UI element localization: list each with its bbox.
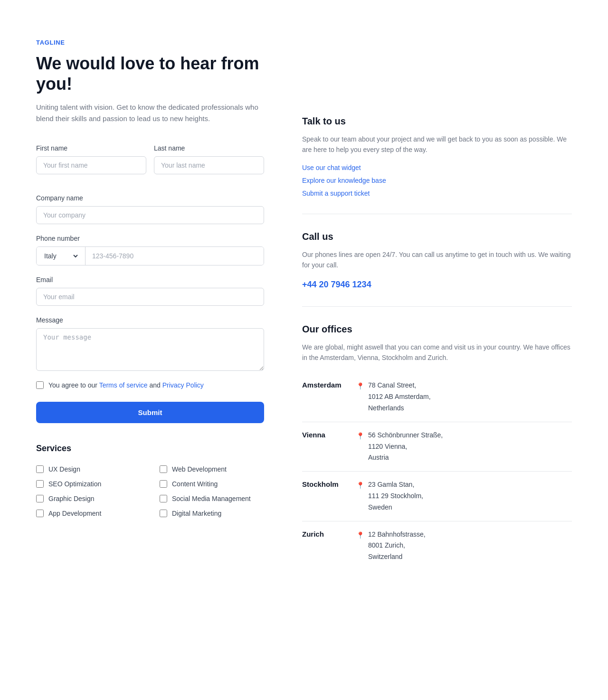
first-name-group: First name bbox=[36, 143, 146, 174]
office-address: 📍 12 Bahnhofstrasse, 8001 Zurich, Switze… bbox=[356, 529, 426, 563]
office-city: Amsterdam bbox=[302, 380, 345, 391]
phone-link[interactable]: +44 20 7946 1234 bbox=[302, 280, 371, 289]
service-checkbox[interactable] bbox=[36, 510, 44, 517]
message-textarea[interactable] bbox=[36, 328, 264, 371]
message-group: Message bbox=[36, 315, 264, 371]
service-checkbox[interactable] bbox=[160, 480, 167, 488]
location-icon: 📍 bbox=[356, 381, 364, 392]
last-name-group: Last name bbox=[154, 143, 264, 174]
location-icon: 📍 bbox=[356, 480, 364, 492]
terms-checkbox[interactable] bbox=[36, 381, 44, 389]
talk-links: Use our chat widgetExplore our knowledge… bbox=[302, 163, 572, 199]
service-checkbox[interactable] bbox=[36, 465, 44, 473]
right-column: Talk to us Speak to our team about your … bbox=[302, 38, 572, 586]
email-input[interactable] bbox=[36, 288, 264, 306]
company-input[interactable] bbox=[36, 206, 264, 224]
address-lines: 78 Canal Street, 1012 AB Amsterdam, Neth… bbox=[368, 380, 431, 414]
talk-link[interactable]: Use our chat widget bbox=[302, 163, 572, 173]
company-label: Company name bbox=[36, 193, 264, 203]
left-column: TAGLINE We would love to hear from you! … bbox=[36, 38, 264, 586]
office-row: Zurich 📍 12 Bahnhofstrasse, 8001 Zurich,… bbox=[302, 521, 572, 570]
location-icon: 📍 bbox=[356, 431, 364, 442]
talk-link[interactable]: Submit a support ticket bbox=[302, 189, 572, 199]
offices-desc: We are global, might aswell that you can… bbox=[302, 342, 572, 363]
service-item: UX Design bbox=[36, 464, 141, 474]
service-checkbox[interactable] bbox=[160, 465, 167, 473]
office-row: Amsterdam 📍 78 Canal Street, 1012 AB Ams… bbox=[302, 372, 572, 422]
service-item: SEO Optimization bbox=[36, 479, 141, 489]
office-address: 📍 78 Canal Street, 1012 AB Amsterdam, Ne… bbox=[356, 380, 431, 414]
privacy-link[interactable]: Privacy Policy bbox=[162, 381, 204, 389]
talk-section: Talk to us Speak to our team about your … bbox=[302, 114, 572, 199]
email-label: Email bbox=[36, 275, 264, 285]
service-checkbox[interactable] bbox=[36, 495, 44, 502]
message-label: Message bbox=[36, 315, 264, 325]
address-lines: 56 Schönbrunner Straße, 1120 Vienna, Aus… bbox=[368, 430, 443, 464]
talk-desc: Speak to our team about your project and… bbox=[302, 134, 572, 155]
company-group: Company name bbox=[36, 193, 264, 224]
service-item: Social Media Management bbox=[160, 494, 264, 504]
first-name-label: First name bbox=[36, 143, 146, 153]
call-title: Call us bbox=[302, 229, 572, 244]
tagline: TAGLINE bbox=[36, 38, 264, 47]
contact-form: First name Last name Company name Phone … bbox=[36, 143, 264, 423]
call-section: Call us Our phones lines are open 24/7. … bbox=[302, 214, 572, 291]
main-heading: We would love to hear from you! bbox=[36, 53, 264, 94]
service-item: Web Development bbox=[160, 464, 264, 474]
office-city: Zurich bbox=[302, 529, 345, 540]
first-name-input[interactable] bbox=[36, 156, 146, 174]
service-checkbox[interactable] bbox=[36, 480, 44, 488]
address-lines: 23 Gamla Stan, 111 29 Stockholm, Sweden bbox=[368, 479, 423, 513]
address-lines: 12 Bahnhofstrasse, 8001 Zurich, Switzerl… bbox=[368, 529, 426, 563]
service-item: Content Writing bbox=[160, 479, 264, 489]
services-grid: UX DesignSEO OptimizationGraphic DesignA… bbox=[36, 464, 264, 519]
last-name-label: Last name bbox=[154, 143, 264, 153]
service-checkbox[interactable] bbox=[160, 495, 167, 502]
offices-grid: Amsterdam 📍 78 Canal Street, 1012 AB Ams… bbox=[302, 372, 572, 570]
call-desc: Our phones lines are open 24/7. You can … bbox=[302, 249, 572, 271]
offices-title: Our offices bbox=[302, 322, 572, 336]
phone-country-selector[interactable]: Italy USA UK Germany bbox=[37, 247, 86, 265]
terms-link[interactable]: Terms of service bbox=[99, 381, 148, 389]
offices-section: Our offices We are global, might aswell … bbox=[302, 306, 572, 570]
service-item: Digital Marketing bbox=[160, 509, 264, 519]
service-checkbox[interactable] bbox=[160, 510, 167, 517]
terms-text: You agree to our Terms of service and Pr… bbox=[48, 380, 204, 390]
talk-link[interactable]: Explore our knowledge base bbox=[302, 176, 572, 186]
location-icon: 📍 bbox=[356, 530, 364, 541]
phone-number-input[interactable] bbox=[86, 247, 264, 265]
service-item: App Development bbox=[36, 509, 141, 519]
office-city: Stockholm bbox=[302, 479, 345, 490]
office-row: Stockholm 📍 23 Gamla Stan, 111 29 Stockh… bbox=[302, 472, 572, 521]
office-city: Vienna bbox=[302, 430, 345, 441]
phone-row: Italy USA UK Germany bbox=[36, 246, 264, 265]
email-group: Email bbox=[36, 275, 264, 306]
service-item: Graphic Design bbox=[36, 494, 141, 504]
sub-text: Uniting talent with vision. Get to know … bbox=[36, 102, 264, 124]
country-select[interactable]: Italy USA UK Germany bbox=[42, 252, 79, 260]
last-name-input[interactable] bbox=[154, 156, 264, 174]
page-wrapper: TAGLINE We would love to hear from you! … bbox=[0, 0, 608, 624]
name-row: First name Last name bbox=[36, 143, 264, 184]
terms-row: You agree to our Terms of service and Pr… bbox=[36, 380, 264, 390]
phone-group: Phone number Italy USA UK Germany bbox=[36, 234, 264, 265]
office-row: Vienna 📍 56 Schönbrunner Straße, 1120 Vi… bbox=[302, 422, 572, 472]
office-address: 📍 56 Schönbrunner Straße, 1120 Vienna, A… bbox=[356, 430, 443, 464]
submit-button[interactable]: Submit bbox=[36, 402, 264, 423]
services-title: Services bbox=[36, 442, 264, 455]
phone-label: Phone number bbox=[36, 234, 264, 244]
services-section: Services UX DesignSEO OptimizationGraphi… bbox=[36, 442, 264, 519]
talk-title: Talk to us bbox=[302, 114, 572, 128]
office-address: 📍 23 Gamla Stan, 111 29 Stockholm, Swede… bbox=[356, 479, 423, 513]
